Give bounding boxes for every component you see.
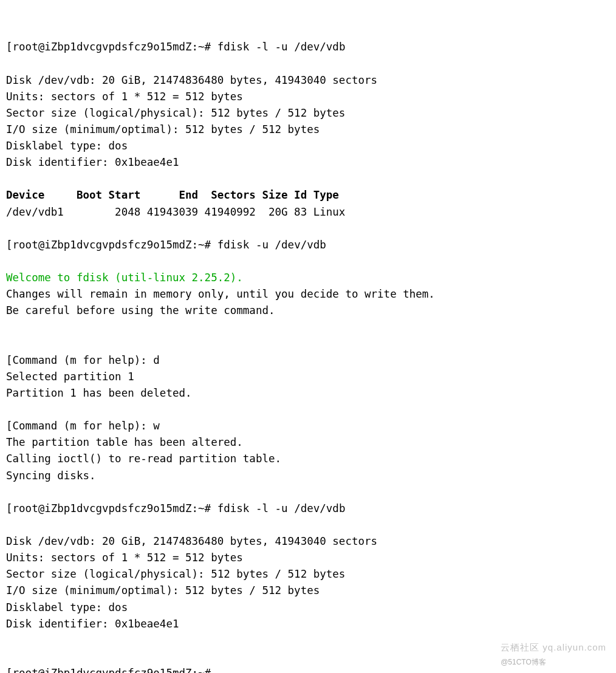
fdisk-prompt: Command (m for help): — [13, 420, 154, 432]
bracket: [ — [6, 239, 13, 251]
fdisk-output: The partition table has been altered. — [6, 436, 243, 448]
fdisk-message: Be careful before using the write comman… — [6, 304, 275, 316]
shell-prompt: root@iZbp1dvcgvpdsfcz9o15mdZ:~# — [13, 41, 211, 53]
disk-info-line: Disk identifier: 0x1beae4e1 — [6, 156, 179, 168]
disk-info-line: Sector size (logical/physical): 512 byte… — [6, 107, 345, 119]
bracket: [ — [6, 502, 13, 514]
fdisk-command-line: [Command (m for help): d — [6, 354, 160, 366]
terminal-line: [root@iZbp1dvcgvpdsfcz9o15mdZ:~# fdisk -… — [6, 239, 326, 251]
fdisk-command-line: [Command (m for help): w — [6, 420, 160, 432]
fdisk-output: Syncing disks. — [6, 470, 96, 482]
fdisk-message: Changes will remain in memory only, unti… — [6, 288, 435, 300]
disk-info-line: Units: sectors of 1 * 512 = 512 bytes — [6, 91, 243, 103]
shell-prompt: root@iZbp1dvcgvpdsfcz9o15mdZ:~# — [13, 239, 211, 251]
terminal-line: [root@iZbp1dvcgvpdsfcz9o15mdZ:~# fdisk -… — [6, 502, 345, 514]
watermark-attribution: @51CTO博客 — [501, 658, 546, 666]
bracket: [ — [6, 41, 13, 53]
disk-info-line: Disk /dev/vdb: 20 GiB, 21474836480 bytes… — [6, 74, 377, 86]
terminal-line: [root@iZbp1dvcgvpdsfcz9o15mdZ:~# — [6, 667, 211, 673]
shell-prompt: root@iZbp1dvcgvpdsfcz9o15mdZ:~# — [13, 502, 211, 514]
fdisk-prompt: Command (m for help): — [13, 354, 154, 366]
watermark: 云栖社区 yq.aliyun.com@51CTO博客 — [501, 640, 609, 669]
bracket: [ — [6, 354, 13, 366]
disk-info-line: I/O size (minimum/optimal): 512 bytes / … — [6, 584, 320, 596]
command-input[interactable]: fdisk -l -u /dev/vdb — [211, 41, 345, 53]
partition-table-header: Device Boot Start End Sectors Size Id Ty… — [6, 189, 339, 201]
disk-info-line: I/O size (minimum/optimal): 512 bytes / … — [6, 123, 320, 135]
bracket: [ — [6, 420, 13, 432]
bracket: [ — [6, 667, 13, 673]
fdisk-input[interactable]: d — [153, 354, 160, 366]
disk-info-line: Disk /dev/vdb: 20 GiB, 21474836480 bytes… — [6, 535, 377, 547]
disk-info-line: Disklabel type: dos — [6, 140, 128, 152]
disk-info-line: Units: sectors of 1 * 512 = 512 bytes — [6, 552, 243, 564]
disk-info-line: Sector size (logical/physical): 512 byte… — [6, 568, 345, 580]
fdisk-output: Selected partition 1 — [6, 371, 134, 383]
fdisk-output: Partition 1 has been deleted. — [6, 387, 192, 399]
fdisk-welcome: Welcome to fdisk (util-linux 2.25.2). — [6, 272, 243, 284]
fdisk-input[interactable]: w — [153, 420, 160, 432]
disk-info-line: Disk identifier: 0x1beae4e1 — [6, 618, 179, 630]
terminal-line: [root@iZbp1dvcgvpdsfcz9o15mdZ:~# fdisk -… — [6, 41, 345, 53]
disk-info-line: Disklabel type: dos — [6, 601, 128, 613]
command-input[interactable]: fdisk -l -u /dev/vdb — [211, 502, 345, 514]
command-input[interactable]: fdisk -u /dev/vdb — [211, 239, 326, 251]
partition-table-row: /dev/vdb1 2048 41943039 41940992 20G 83 … — [6, 206, 345, 218]
shell-prompt: root@iZbp1dvcgvpdsfcz9o15mdZ:~# — [13, 667, 211, 673]
watermark-text: 云栖社区 yq.aliyun.com — [501, 642, 606, 652]
fdisk-output: Calling ioctl() to re-read partition tab… — [6, 453, 281, 465]
